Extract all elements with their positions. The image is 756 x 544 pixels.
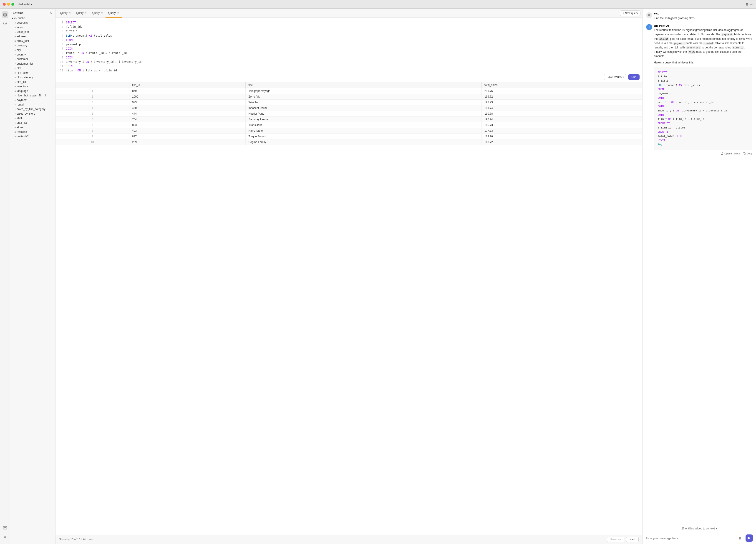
- sidebar-item-country[interactable]: ≡country: [10, 52, 55, 57]
- editor-line: 6 payment p: [59, 42, 639, 47]
- save-results-button[interactable]: Save results ▾: [604, 74, 626, 80]
- col-film-id[interactable]: film_id: [129, 82, 246, 88]
- sidebar-item-testcase[interactable]: ≡testcase: [10, 130, 55, 134]
- line-code: JOIN: [66, 55, 73, 60]
- cell-title: Saturday Lambs: [246, 117, 482, 122]
- nav-mail-icon[interactable]: [2, 524, 8, 531]
- sidebar-item-category[interactable]: ≡category: [10, 43, 55, 48]
- col-title[interactable]: title: [246, 82, 482, 88]
- editor-line: 12 film f ON i.film_id = f.film_id: [59, 68, 639, 72]
- group-label: public: [18, 17, 25, 20]
- cell-film-id: 893: [129, 122, 246, 128]
- cell-total-sales: 199.72: [482, 94, 642, 100]
- ai-code-block: SELECT f.film_id, f.title, SUM(p.amount)…: [654, 67, 752, 150]
- sidebar-item-store[interactable]: ≡store: [10, 125, 55, 130]
- table-icon: ≡: [15, 131, 16, 133]
- maximize-button[interactable]: [11, 3, 14, 6]
- ai-code-line: f.title,: [658, 79, 748, 83]
- sidebar-item-rental[interactable]: ≡rental: [10, 102, 55, 107]
- refresh-icon[interactable]: ↻: [50, 11, 53, 15]
- cell-film-id: 973: [129, 100, 246, 105]
- table-row: 5 444 Hustler Party 190.78: [55, 111, 642, 117]
- send-button[interactable]: [746, 534, 753, 542]
- cell-film-id: 460: [129, 105, 246, 111]
- cell-title: Hustler Party: [246, 111, 482, 117]
- next-button[interactable]: Next: [626, 537, 639, 542]
- new-query-button[interactable]: + New query: [620, 10, 640, 16]
- cell-film-id: 764: [129, 117, 246, 122]
- sidebar-item-film[interactable]: ≡film: [10, 66, 55, 71]
- film-id-code: film_id: [732, 46, 744, 49]
- sidebar-group-header[interactable]: ▾ 🗂 public: [10, 16, 55, 20]
- ai-code-line: LIMIT: [658, 139, 748, 143]
- payment-code2: payment: [673, 42, 685, 45]
- col-total-sales[interactable]: total_sales: [482, 82, 642, 88]
- ai-input[interactable]: [646, 536, 735, 540]
- open-in-editor-button[interactable]: Open in editor: [721, 152, 740, 155]
- sidebar-item-film_actor[interactable]: ≡film_actor: [10, 71, 55, 75]
- layout-icon[interactable]: ⊞: [746, 3, 748, 6]
- sidebar-item-staff[interactable]: ≡staff: [10, 116, 55, 121]
- nav-database-icon[interactable]: [2, 11, 8, 18]
- sidebar-item-staff_list[interactable]: ○staff_list: [10, 121, 55, 125]
- query-tab-1[interactable]: Query✕: [73, 9, 90, 18]
- sidebar-item-film_category[interactable]: ≡film_category: [10, 75, 55, 80]
- sidebar-item-customer[interactable]: ≡customer: [10, 57, 55, 61]
- run-button[interactable]: Run: [628, 74, 640, 80]
- line-code: JOIN: [66, 47, 73, 51]
- query-editor[interactable]: 1SELECT2 f.film_id,3 f.title,4 SUM(p.amo…: [55, 18, 642, 72]
- sidebar-item-testtable2[interactable]: ≡testtable2: [10, 134, 55, 139]
- table-icon: ≡: [15, 76, 16, 79]
- sidebar-header: Entities ↻: [10, 9, 55, 16]
- sidebar-item-sales_by_store[interactable]: ○sales_by_store: [10, 111, 55, 116]
- tab-close-icon[interactable]: ✕: [117, 12, 119, 14]
- tab-close-icon[interactable]: ✕: [101, 12, 103, 14]
- svg-line-5: [722, 153, 723, 154]
- context-label[interactable]: 26 entities added to context ▾: [681, 527, 717, 530]
- svg-point-0: [4, 13, 6, 14]
- sidebar-item-language[interactable]: ≡language: [10, 89, 55, 93]
- nav-history-icon[interactable]: [2, 20, 8, 27]
- sidebar-item-actor_info[interactable]: ○actor_info: [10, 30, 55, 34]
- editor-line: 2 f.film_id,: [59, 25, 639, 29]
- sidebar-item-actor[interactable]: ≡actor: [10, 25, 55, 30]
- sidebar-item-customer_list[interactable]: ○customer_list: [10, 61, 55, 66]
- line-code: FROM: [66, 38, 73, 42]
- table-row: 2 1000 Zorro Ark 199.72: [55, 94, 642, 100]
- table-icon: ≡: [15, 58, 16, 60]
- delete-button[interactable]: 🗑: [736, 534, 744, 542]
- sidebar-item-nicer_but_slower_film_li[interactable]: ○nicer_but_slower_film_li: [10, 93, 55, 98]
- sidebar-items-container: ≡accounts≡actor○actor_info≡address≡array…: [10, 20, 55, 139]
- sidebar-item-array_test[interactable]: ≡array_test: [10, 39, 55, 43]
- sidebar-item-accounts[interactable]: ≡accounts: [10, 20, 55, 25]
- table-icon: ≡: [15, 72, 16, 74]
- query-tab-0[interactable]: Query✕: [57, 9, 73, 18]
- query-tab-3[interactable]: Query✕: [106, 9, 122, 18]
- sidebar-item-address[interactable]: ≡address: [10, 34, 55, 39]
- sidebar-item-sales_by_film_category[interactable]: ○sales_by_film_category: [10, 107, 55, 111]
- window-title: dvdrental ▾: [18, 3, 33, 6]
- close-button[interactable]: [3, 3, 6, 6]
- editor-line: 11JOIN: [59, 64, 639, 68]
- results-table-container: film_id title total_sales 1 879 Telegrap…: [55, 82, 642, 535]
- ai-code-line: f.film_id,: [658, 75, 748, 79]
- tab-close-icon[interactable]: ✕: [85, 12, 87, 14]
- titlebar: dvdrental ▾ ⊞ ⋯: [0, 0, 756, 9]
- ai-code-line: total_sales DESC: [658, 134, 748, 139]
- editor-line: 7JOIN: [59, 47, 639, 51]
- menu-icon[interactable]: ⋯: [750, 3, 753, 6]
- query-tab-2[interactable]: Query✕: [89, 9, 106, 18]
- sidebar-item-city[interactable]: ≡city: [10, 48, 55, 52]
- tab-close-icon[interactable]: ✕: [69, 12, 71, 14]
- cell-film-id: 403: [129, 128, 246, 134]
- line-code: JOIN: [66, 64, 73, 68]
- previous-button[interactable]: Previous: [607, 537, 625, 542]
- copy-button[interactable]: Copy: [743, 152, 752, 155]
- sidebar-item-inventory[interactable]: ≡inventory: [10, 84, 55, 89]
- nav-user-icon[interactable]: [2, 534, 8, 541]
- sidebar-item-payment[interactable]: ≡payment: [10, 98, 55, 102]
- cell-title: Titans Jerk: [246, 122, 482, 128]
- minimize-button[interactable]: [7, 3, 10, 6]
- line-code: rental r ON p.rental_id = r.rental_id: [66, 51, 127, 55]
- sidebar-item-film_list[interactable]: ○film_list: [10, 80, 55, 84]
